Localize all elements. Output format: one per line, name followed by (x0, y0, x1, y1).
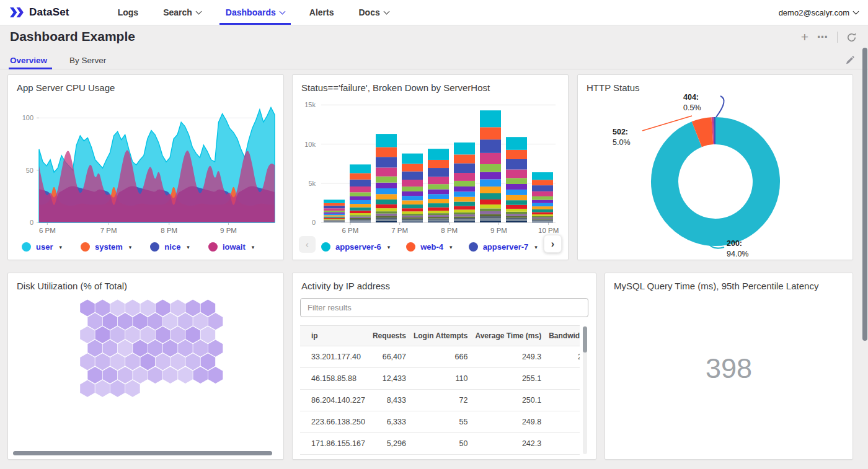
bar-segment-segment-4[interactable] (428, 199, 449, 203)
bar-segment-segment-7[interactable] (350, 213, 371, 215)
bar-segment-segment-9[interactable] (532, 217, 553, 219)
legend-item-nice[interactable]: nice▾ (150, 242, 190, 252)
legend-prev-button[interactable]: ‹ (299, 236, 316, 253)
bar-segment-appserver-5[interactable] (480, 153, 501, 164)
bar-segment-segment-13[interactable] (506, 221, 527, 222)
bar-segment-segment-7[interactable] (532, 214, 553, 216)
cpu-usage-area-chart[interactable]: 0501006 PM7 PM8 PM9 PM (8, 94, 284, 245)
bar-segment-web-4[interactable] (454, 154, 475, 163)
bar-segment-appserver-7[interactable] (428, 168, 449, 177)
horizontal-scrollbar-thumb[interactable] (13, 451, 272, 455)
tab-by-server[interactable]: By Server (69, 51, 106, 69)
bar-segment-segment-12[interactable] (350, 221, 371, 222)
bar-segment-segment-11[interactable] (428, 218, 449, 219)
bar-segment-segment-3[interactable] (480, 179, 501, 186)
bar-segment-appserver-7[interactable] (532, 185, 553, 191)
bar-segment-segment-6[interactable] (376, 204, 397, 208)
filter-results-input[interactable] (300, 298, 588, 317)
bar-segment-segment-2[interactable] (402, 191, 423, 196)
bar-segment-segment-11[interactable] (506, 217, 527, 219)
bar-segment-segment-9[interactable] (506, 214, 527, 216)
bar-segment-segment-3[interactable] (376, 188, 397, 194)
table-row[interactable]: 171.86.155.1675,29650242.3224,497,051 (300, 433, 580, 455)
bar-segment-web-4[interactable] (506, 150, 527, 159)
hex-cell[interactable] (185, 299, 200, 316)
bar-segment-segment-10[interactable] (480, 214, 501, 216)
hex-cell[interactable] (178, 340, 193, 357)
bar-segment-segment-3[interactable] (454, 191, 475, 196)
bar-segment-segment-9[interactable] (350, 217, 371, 218)
hex-cell[interactable] (80, 327, 95, 343)
bar-segment-segment-7[interactable] (376, 208, 397, 211)
column-header-average-time-ms-[interactable]: Average Time (ms) (471, 326, 545, 346)
bar-segment-appserver-5[interactable] (324, 208, 345, 211)
hex-cell[interactable] (208, 367, 223, 384)
nav-item-logs[interactable]: Logs (105, 0, 151, 25)
hex-cell[interactable] (103, 340, 118, 357)
hex-cell[interactable] (193, 367, 208, 384)
legend-item-user[interactable]: user▾ (22, 242, 62, 252)
bar-segment-segment-3[interactable] (532, 203, 553, 206)
bar-segment-segment-12[interactable] (428, 220, 449, 221)
hex-cell[interactable] (103, 313, 118, 330)
bar-segment-web-4[interactable] (350, 173, 371, 179)
hex-cell[interactable] (140, 327, 155, 343)
bar-segment-appserver-6[interactable] (454, 142, 475, 154)
table-row[interactable]: 46.158.85.8812,433110255.1538,836,763 (300, 368, 580, 390)
hex-cell[interactable] (103, 367, 118, 384)
bar-segment-segment-12[interactable] (454, 219, 475, 221)
bar-segment-segment-3[interactable] (324, 214, 345, 215)
bar-segment-segment-1[interactable] (532, 196, 553, 200)
bar-segment-segment-1[interactable] (480, 164, 501, 172)
bar-segment-segment-4[interactable] (376, 194, 397, 199)
bar-segment-segment-11[interactable] (402, 219, 423, 220)
nav-item-docs[interactable]: Docs (346, 0, 401, 25)
bar-segment-appserver-6[interactable] (350, 164, 371, 173)
bar-segment-segment-3[interactable] (506, 190, 527, 195)
bar-segment-segment-8[interactable] (454, 213, 475, 214)
hex-cell[interactable] (201, 327, 216, 343)
hex-cell[interactable] (140, 299, 155, 316)
user-menu[interactable]: demo2@scalyr.com (779, 8, 858, 17)
bar-segment-segment-10[interactable] (324, 221, 345, 221)
bar-segment-segment-8[interactable] (506, 212, 527, 214)
bar-segment-segment-13[interactable] (532, 222, 553, 222)
hex-cell[interactable] (148, 367, 163, 384)
bar-segment-segment-4[interactable] (350, 204, 371, 208)
bar-segment-segment-13[interactable] (428, 221, 449, 222)
bar-segment-segment-13[interactable] (350, 222, 371, 222)
hex-cell[interactable] (87, 367, 102, 384)
bar-segment-segment-1[interactable] (402, 186, 423, 191)
donut-slice-502[interactable] (697, 131, 712, 134)
hex-cell[interactable] (118, 313, 133, 330)
legend-next-button[interactable]: › (544, 235, 562, 253)
bar-segment-appserver-7[interactable] (402, 172, 423, 180)
column-header-bandwidth-consumed[interactable]: Bandwidth Consumed (545, 326, 580, 346)
bar-segment-segment-6[interactable] (402, 208, 423, 211)
bar-segment-segment-3[interactable] (428, 194, 449, 199)
bar-segment-appserver-6[interactable] (506, 137, 527, 150)
nav-item-dashboards[interactable]: Dashboards (213, 0, 297, 25)
bar-segment-segment-11[interactable] (376, 217, 397, 219)
bar-segment-segment-9[interactable] (402, 216, 423, 217)
bar-segment-appserver-7[interactable] (480, 139, 501, 153)
bar-segment-segment-5[interactable] (376, 199, 397, 204)
hex-cell[interactable] (156, 353, 170, 370)
bar-segment-segment-2[interactable] (428, 190, 449, 195)
bar-segment-segment-6[interactable] (428, 208, 449, 211)
hex-cell[interactable] (133, 340, 148, 357)
hex-cell[interactable] (193, 313, 208, 330)
bar-segment-segment-8[interactable] (480, 208, 501, 211)
bar-segment-segment-1[interactable] (454, 181, 475, 186)
bar-segment-segment-1[interactable] (428, 184, 449, 189)
bar-segment-segment-11[interactable] (532, 220, 553, 221)
hex-cell[interactable] (201, 353, 216, 370)
donut-slice-200[interactable] (665, 131, 766, 232)
bar-segment-segment-6[interactable] (532, 212, 553, 214)
bar-segment-appserver-6[interactable] (532, 172, 553, 180)
bar-segment-segment-5[interactable] (350, 208, 371, 211)
bar-segment-segment-5[interactable] (480, 193, 501, 199)
bar-segment-appserver-6[interactable] (480, 110, 501, 127)
bar-segment-segment-5[interactable] (532, 209, 553, 212)
legend-item-web-4[interactable]: web-4▾ (406, 242, 452, 252)
